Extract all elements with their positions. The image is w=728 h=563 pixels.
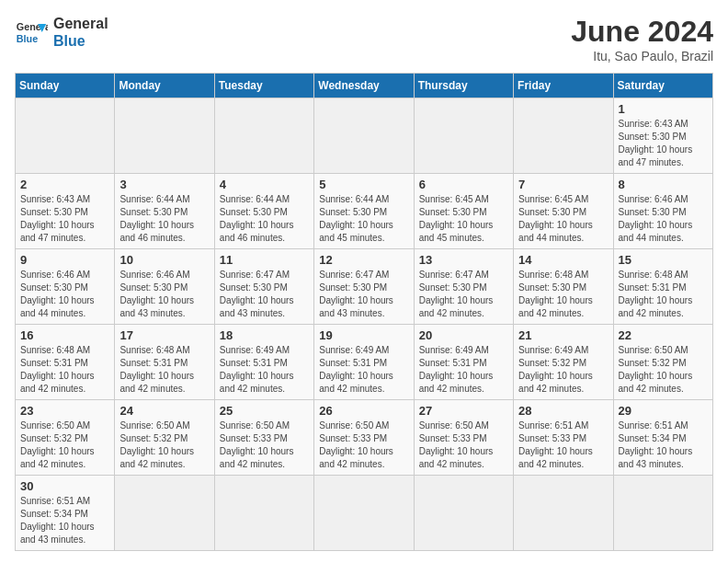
calendar-week-5: 23Sunrise: 6:50 AM Sunset: 5:32 PM Dayli… bbox=[16, 400, 713, 476]
day-number: 18 bbox=[220, 328, 309, 342]
calendar-week-2: 2Sunrise: 6:43 AM Sunset: 5:30 PM Daylig… bbox=[16, 174, 713, 249]
calendar-cell: 8Sunrise: 6:46 AM Sunset: 5:30 PM Daylig… bbox=[613, 174, 712, 249]
header: General Blue General Blue June 2024 Itu,… bbox=[15, 15, 713, 63]
weekday-header-sunday: Sunday bbox=[16, 74, 115, 98]
day-info: Sunrise: 6:48 AM Sunset: 5:31 PM Dayligh… bbox=[20, 344, 109, 396]
calendar-header: SundayMondayTuesdayWednesdayThursdayFrid… bbox=[16, 74, 713, 98]
day-info: Sunrise: 6:49 AM Sunset: 5:31 PM Dayligh… bbox=[220, 344, 309, 396]
calendar-cell: 23Sunrise: 6:50 AM Sunset: 5:32 PM Dayli… bbox=[16, 400, 115, 476]
weekday-header-wednesday: Wednesday bbox=[314, 74, 414, 98]
day-number: 23 bbox=[20, 404, 109, 418]
day-info: Sunrise: 6:48 AM Sunset: 5:31 PM Dayligh… bbox=[619, 269, 708, 320]
day-info: Sunrise: 6:47 AM Sunset: 5:30 PM Dayligh… bbox=[319, 269, 408, 320]
svg-text:Blue: Blue bbox=[17, 33, 38, 44]
day-number: 4 bbox=[220, 178, 309, 191]
day-number: 9 bbox=[20, 253, 109, 267]
weekday-header-monday: Monday bbox=[115, 74, 214, 98]
calendar-week-1: 1Sunrise: 6:43 AM Sunset: 5:30 PM Daylig… bbox=[16, 98, 713, 174]
day-info: Sunrise: 6:50 AM Sunset: 5:32 PM Dayligh… bbox=[20, 419, 109, 471]
calendar-cell: 7Sunrise: 6:45 AM Sunset: 5:30 PM Daylig… bbox=[514, 174, 613, 249]
day-info: Sunrise: 6:46 AM Sunset: 5:30 PM Dayligh… bbox=[20, 269, 109, 320]
calendar-cell bbox=[514, 98, 613, 174]
calendar-cell bbox=[613, 476, 712, 551]
day-number: 17 bbox=[119, 328, 209, 342]
day-info: Sunrise: 6:47 AM Sunset: 5:30 PM Dayligh… bbox=[220, 269, 309, 320]
calendar-cell: 19Sunrise: 6:49 AM Sunset: 5:31 PM Dayli… bbox=[314, 325, 414, 400]
day-number: 29 bbox=[619, 404, 708, 418]
day-info: Sunrise: 6:43 AM Sunset: 5:30 PM Dayligh… bbox=[619, 118, 708, 169]
day-info: Sunrise: 6:50 AM Sunset: 5:33 PM Dayligh… bbox=[220, 419, 309, 471]
day-number: 25 bbox=[220, 404, 309, 418]
calendar-cell bbox=[214, 98, 313, 174]
day-number: 26 bbox=[319, 404, 408, 418]
logo-general: General bbox=[53, 15, 108, 32]
calendar-cell: 17Sunrise: 6:48 AM Sunset: 5:31 PM Dayli… bbox=[115, 325, 214, 400]
day-number: 21 bbox=[518, 328, 608, 342]
calendar-cell: 20Sunrise: 6:49 AM Sunset: 5:31 PM Dayli… bbox=[414, 325, 513, 400]
day-number: 15 bbox=[619, 253, 708, 267]
calendar-cell: 25Sunrise: 6:50 AM Sunset: 5:33 PM Dayli… bbox=[214, 400, 313, 476]
day-info: Sunrise: 6:50 AM Sunset: 5:32 PM Dayligh… bbox=[619, 344, 708, 396]
day-info: Sunrise: 6:44 AM Sunset: 5:30 PM Dayligh… bbox=[220, 193, 309, 245]
logo: General Blue General Blue bbox=[15, 15, 108, 50]
logo-blue: Blue bbox=[53, 32, 108, 50]
day-info: Sunrise: 6:51 AM Sunset: 5:33 PM Dayligh… bbox=[518, 419, 608, 471]
calendar-cell bbox=[16, 98, 115, 174]
calendar-week-4: 16Sunrise: 6:48 AM Sunset: 5:31 PM Dayli… bbox=[16, 325, 713, 400]
calendar-cell: 21Sunrise: 6:49 AM Sunset: 5:32 PM Dayli… bbox=[514, 325, 613, 400]
calendar-cell: 2Sunrise: 6:43 AM Sunset: 5:30 PM Daylig… bbox=[16, 174, 115, 249]
day-info: Sunrise: 6:48 AM Sunset: 5:30 PM Dayligh… bbox=[518, 269, 608, 320]
calendar-cell: 18Sunrise: 6:49 AM Sunset: 5:31 PM Dayli… bbox=[214, 325, 313, 400]
calendar-cell: 16Sunrise: 6:48 AM Sunset: 5:31 PM Dayli… bbox=[16, 325, 115, 400]
calendar-cell bbox=[514, 476, 613, 551]
weekday-header-saturday: Saturday bbox=[613, 74, 712, 98]
calendar-cell: 24Sunrise: 6:50 AM Sunset: 5:32 PM Dayli… bbox=[115, 400, 214, 476]
calendar-cell: 1Sunrise: 6:43 AM Sunset: 5:30 PM Daylig… bbox=[613, 98, 712, 174]
calendar-cell: 6Sunrise: 6:45 AM Sunset: 5:30 PM Daylig… bbox=[414, 174, 513, 249]
day-info: Sunrise: 6:47 AM Sunset: 5:30 PM Dayligh… bbox=[419, 269, 508, 320]
month-title: June 2024 bbox=[571, 15, 713, 49]
day-number: 24 bbox=[119, 404, 209, 418]
day-number: 5 bbox=[319, 178, 408, 191]
day-info: Sunrise: 6:49 AM Sunset: 5:31 PM Dayligh… bbox=[319, 344, 408, 396]
day-number: 8 bbox=[619, 178, 708, 191]
day-info: Sunrise: 6:46 AM Sunset: 5:30 PM Dayligh… bbox=[119, 269, 209, 320]
day-info: Sunrise: 6:45 AM Sunset: 5:30 PM Dayligh… bbox=[419, 193, 508, 245]
logo-icon: General Blue bbox=[15, 16, 48, 49]
calendar-cell: 14Sunrise: 6:48 AM Sunset: 5:30 PM Dayli… bbox=[514, 249, 613, 325]
weekday-header-thursday: Thursday bbox=[414, 74, 513, 98]
day-number: 6 bbox=[419, 178, 508, 191]
day-number: 19 bbox=[319, 328, 408, 342]
day-number: 2 bbox=[20, 178, 109, 191]
calendar-cell: 15Sunrise: 6:48 AM Sunset: 5:31 PM Dayli… bbox=[613, 249, 712, 325]
title-area: June 2024 Itu, Sao Paulo, Brazil bbox=[571, 15, 713, 63]
calendar-week-6: 30Sunrise: 6:51 AM Sunset: 5:34 PM Dayli… bbox=[16, 476, 713, 551]
day-number: 3 bbox=[119, 178, 209, 191]
calendar-cell: 9Sunrise: 6:46 AM Sunset: 5:30 PM Daylig… bbox=[16, 249, 115, 325]
weekday-header-friday: Friday bbox=[514, 74, 613, 98]
day-info: Sunrise: 6:44 AM Sunset: 5:30 PM Dayligh… bbox=[119, 193, 209, 245]
day-info: Sunrise: 6:44 AM Sunset: 5:30 PM Dayligh… bbox=[319, 193, 408, 245]
calendar-cell bbox=[214, 476, 313, 551]
calendar-body: 1Sunrise: 6:43 AM Sunset: 5:30 PM Daylig… bbox=[16, 98, 713, 551]
day-number: 12 bbox=[319, 253, 408, 267]
day-number: 13 bbox=[419, 253, 508, 267]
calendar-cell: 12Sunrise: 6:47 AM Sunset: 5:30 PM Dayli… bbox=[314, 249, 414, 325]
day-info: Sunrise: 6:49 AM Sunset: 5:31 PM Dayligh… bbox=[419, 344, 508, 396]
day-number: 14 bbox=[518, 253, 608, 267]
weekday-header-row: SundayMondayTuesdayWednesdayThursdayFrid… bbox=[16, 74, 713, 98]
calendar-week-3: 9Sunrise: 6:46 AM Sunset: 5:30 PM Daylig… bbox=[16, 249, 713, 325]
day-info: Sunrise: 6:51 AM Sunset: 5:34 PM Dayligh… bbox=[619, 419, 708, 471]
day-number: 28 bbox=[518, 404, 608, 418]
calendar-cell bbox=[314, 476, 414, 551]
calendar-cell: 10Sunrise: 6:46 AM Sunset: 5:30 PM Dayli… bbox=[115, 249, 214, 325]
day-info: Sunrise: 6:49 AM Sunset: 5:32 PM Dayligh… bbox=[518, 344, 608, 396]
calendar-cell: 13Sunrise: 6:47 AM Sunset: 5:30 PM Dayli… bbox=[414, 249, 513, 325]
day-info: Sunrise: 6:51 AM Sunset: 5:34 PM Dayligh… bbox=[20, 495, 109, 546]
calendar-cell: 4Sunrise: 6:44 AM Sunset: 5:30 PM Daylig… bbox=[214, 174, 313, 249]
calendar-cell: 27Sunrise: 6:50 AM Sunset: 5:33 PM Dayli… bbox=[414, 400, 513, 476]
calendar-cell: 22Sunrise: 6:50 AM Sunset: 5:32 PM Dayli… bbox=[613, 325, 712, 400]
calendar-cell: 3Sunrise: 6:44 AM Sunset: 5:30 PM Daylig… bbox=[115, 174, 214, 249]
calendar-cell: 11Sunrise: 6:47 AM Sunset: 5:30 PM Dayli… bbox=[214, 249, 313, 325]
day-info: Sunrise: 6:48 AM Sunset: 5:31 PM Dayligh… bbox=[119, 344, 209, 396]
